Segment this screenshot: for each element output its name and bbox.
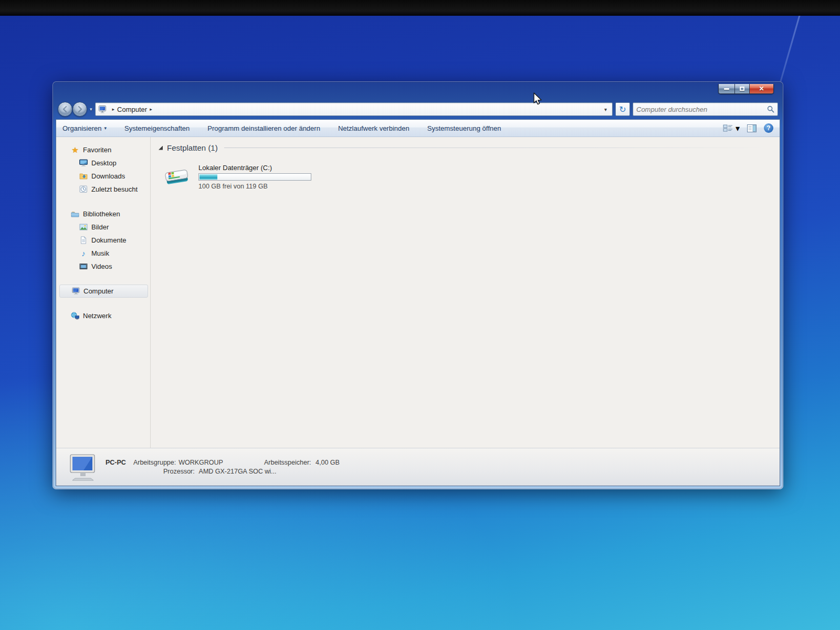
sidebar-item-desktop[interactable]: Desktop (56, 156, 150, 170)
address-history-dropdown[interactable]: ▾ (601, 107, 610, 112)
refresh-icon: ↻ (619, 104, 626, 114)
downloads-icon (79, 172, 88, 181)
capacity-bar-fill (200, 174, 217, 180)
close-button[interactable]: ✕ (750, 84, 774, 94)
window-controls: ✕ (718, 84, 774, 94)
processor-value: AMD GX-217GA SOC wi... (199, 468, 277, 475)
recent-pages-dropdown[interactable]: ▾ (90, 107, 92, 112)
desktop-wallpaper: ✕ ▾ ▸ Computer ▸ (0, 0, 840, 630)
sidebar-gap (56, 273, 150, 285)
sidebar-label: Musik (91, 249, 109, 257)
open-control-panel-label: Systemsteuerung öffnen (427, 124, 501, 132)
details-text: PC-PC Arbeitsgruppe: WORKGROUP Arbeitssp… (106, 457, 340, 477)
drive-name: Lokaler Datenträger (C:) (198, 164, 337, 172)
sidebar-label: Zuletzt besucht (91, 185, 138, 193)
sidebar-label: Favoriten (83, 146, 111, 154)
maximize-icon (740, 87, 744, 91)
sidebar-item-downloads[interactable]: Downloads (56, 170, 150, 183)
system-properties-button[interactable]: Systemeigenschaften (124, 124, 190, 132)
open-control-panel-button[interactable]: Systemsteuerung öffnen (427, 124, 501, 132)
collapse-triangle-icon[interactable] (159, 146, 163, 150)
workgroup-value: WORKGROUP (178, 459, 223, 466)
sidebar-gap (56, 298, 150, 309)
computer-name: PC-PC (106, 459, 126, 466)
help-button[interactable]: ? (764, 123, 773, 133)
navigation-pane: ★ Favoriten Desktop Downloads (56, 137, 151, 448)
command-bar-right: ▾ ? (723, 123, 773, 133)
help-icon: ? (766, 124, 770, 132)
sidebar-label: Dokumente (91, 236, 126, 244)
search-box[interactable] (633, 102, 778, 116)
back-arrow-icon (61, 106, 69, 113)
hard-drive-icon (164, 167, 191, 189)
sidebar-item-computer[interactable]: Computer (59, 285, 148, 298)
items-view: Festplatten (1) (151, 137, 780, 448)
group-header-festplatten[interactable]: Festplatten (1) (159, 143, 770, 152)
chevron-down-icon: ▾ (736, 123, 740, 133)
sidebar-item-favoriten[interactable]: ★ Favoriten (56, 143, 150, 156)
drive-item-c[interactable]: Lokaler Datenträger (C:) 100 GB frei von… (164, 164, 337, 190)
breadcrumb-computer[interactable]: Computer (117, 106, 147, 113)
navigation-bar: ▾ ▸ Computer ▸ ▾ ↻ (58, 101, 778, 117)
map-network-drive-button[interactable]: Netzlaufwerk verbinden (338, 124, 410, 132)
command-bar: Organisieren ▾ Systemeigenschaften Progr… (56, 120, 780, 137)
sidebar-item-videos[interactable]: Videos (56, 260, 150, 273)
sidebar-label: Desktop (91, 159, 117, 167)
processor-label: Prozessor: (163, 468, 195, 475)
explorer-window: ✕ ▾ ▸ Computer ▸ (52, 81, 783, 489)
sidebar-label: Bilder (91, 223, 109, 231)
change-view-button[interactable]: ▾ (723, 123, 740, 133)
breadcrumb-separator-icon: ▸ (112, 107, 115, 112)
preview-pane-icon[interactable] (747, 124, 757, 132)
minimize-icon (724, 88, 729, 90)
star-icon: ★ (71, 146, 79, 154)
sidebar-label: Computer (83, 287, 113, 295)
sidebar-label: Downloads (91, 172, 125, 180)
workgroup-label: Arbeitsgruppe: (133, 459, 176, 466)
computer-icon (99, 106, 108, 113)
recent-places-icon (79, 185, 88, 194)
minimize-button[interactable] (718, 84, 734, 94)
maximize-button[interactable] (734, 84, 750, 94)
map-network-drive-label: Netzlaufwerk verbinden (338, 124, 410, 132)
desktop-icon (79, 159, 88, 167)
sidebar-item-dokumente[interactable]: Dokumente (56, 234, 150, 247)
uninstall-program-button[interactable]: Programm deinstallieren oder ändern (207, 124, 320, 132)
search-icon (767, 106, 774, 113)
group-title: Festplatten (1) (167, 143, 218, 152)
details-pane: PC-PC Arbeitsgruppe: WORKGROUP Arbeitssp… (56, 448, 780, 486)
sidebar-item-zuletzt-besucht[interactable]: Zuletzt besucht (56, 183, 150, 196)
drive-info: Lokaler Datenträger (C:) 100 GB frei von… (198, 164, 337, 190)
forward-button[interactable] (72, 102, 87, 117)
capacity-bar (198, 173, 311, 181)
sidebar-label: Videos (91, 262, 112, 270)
details-row-2: Prozessor: AMD GX-217GA SOC wi... (106, 468, 340, 475)
monitor-bezel (0, 0, 840, 16)
refresh-button[interactable]: ↻ (615, 102, 630, 116)
details-row-1: PC-PC Arbeitsgruppe: WORKGROUP Arbeitssp… (106, 459, 340, 466)
pictures-icon (79, 223, 88, 232)
search-input[interactable] (636, 106, 767, 113)
group-rule (224, 148, 770, 148)
client-area: Organisieren ▾ Systemeigenschaften Progr… (56, 119, 780, 486)
organize-menu[interactable]: Organisieren ▾ (62, 124, 107, 132)
mouse-cursor (532, 92, 544, 106)
computer-icon (71, 287, 80, 296)
uninstall-program-label: Programm deinstallieren oder ändern (207, 124, 320, 132)
documents-icon (79, 236, 88, 245)
close-icon: ✕ (759, 86, 764, 92)
sidebar-label: Netzwerk (83, 312, 111, 320)
sidebar-item-bilder[interactable]: Bilder (56, 220, 150, 234)
sidebar-item-bibliotheken[interactable]: Bibliotheken (56, 207, 150, 220)
sidebar-item-musik[interactable]: ♪ Musik (56, 247, 150, 260)
back-button[interactable] (58, 102, 72, 117)
breadcrumb-expand-icon[interactable]: ▸ (150, 107, 152, 112)
memory-label: Arbeitsspeicher: (264, 459, 311, 466)
capacity-caption: 100 GB frei von 119 GB (198, 183, 337, 190)
sidebar-gap (56, 196, 150, 207)
system-properties-label: Systemeigenschaften (124, 124, 190, 132)
sidebar-item-netzwerk[interactable]: Netzwerk (56, 309, 150, 322)
libraries-icon (71, 210, 79, 218)
computer-details-icon (68, 453, 98, 481)
network-icon (71, 312, 79, 320)
